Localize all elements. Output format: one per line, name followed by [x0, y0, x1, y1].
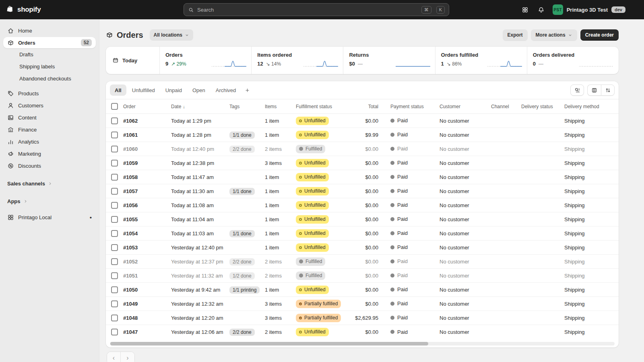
- horizontal-scrollbar[interactable]: [110, 342, 615, 346]
- metric-orders-fulfilled[interactable]: Orders fulfilled1↘ 86%: [435, 47, 527, 74]
- col-header-tags[interactable]: Tags: [229, 104, 239, 109]
- add-view-button[interactable]: [242, 84, 253, 96]
- row-checkbox[interactable]: [111, 315, 118, 321]
- shopify-logo[interactable]: shopify: [6, 5, 41, 14]
- apps-section[interactable]: Apps: [3, 195, 96, 207]
- row-checkbox[interactable]: [111, 258, 118, 265]
- edit-columns-button[interactable]: [587, 84, 601, 96]
- order-row-1060[interactable]: #1060Today at 12:40 pm2/2 done2 itemsFul…: [106, 142, 619, 156]
- order-row-1061[interactable]: #1061Today at 1:28 pm1/1 done1 itemUnful…: [106, 128, 619, 142]
- col-header-date[interactable]: Date↓: [171, 104, 185, 109]
- row-checkbox[interactable]: [111, 300, 118, 307]
- row-checkbox[interactable]: [111, 117, 118, 124]
- row-checkbox[interactable]: [111, 174, 118, 181]
- metric-orders-delivered[interactable]: Orders delivered0—: [527, 47, 619, 74]
- tab-unfulfilled[interactable]: Unfulfilled: [127, 84, 160, 96]
- row-checkbox[interactable]: [111, 272, 118, 279]
- order-row-1062[interactable]: #1062Today at 1:29 pm1 itemUnfulfilled$0…: [106, 114, 619, 128]
- sidebar-item-printago-local[interactable]: Printago Local •: [3, 212, 96, 223]
- order-number[interactable]: #1057: [123, 188, 138, 194]
- order-number[interactable]: #1056: [123, 202, 138, 208]
- order-number[interactable]: #1049: [123, 301, 138, 307]
- col-header-fulfillment-status[interactable]: Fulfillment status: [296, 104, 332, 109]
- more-actions-button[interactable]: More actions: [531, 29, 577, 41]
- col-header-payment-status[interactable]: Payment status: [390, 104, 424, 109]
- order-number[interactable]: #1062: [123, 118, 138, 124]
- order-number[interactable]: #1050: [123, 287, 138, 293]
- sidebar-item-marketing[interactable]: Marketing: [3, 148, 96, 159]
- order-number-cell[interactable]: #1056: [123, 198, 171, 212]
- order-number-cell[interactable]: #1062: [123, 114, 171, 128]
- sidebar-item-finance[interactable]: Finance: [3, 124, 96, 135]
- tab-archived[interactable]: Archived: [211, 84, 241, 96]
- location-filter-button[interactable]: All locations: [150, 29, 193, 41]
- row-checkbox[interactable]: [111, 202, 118, 209]
- order-row-1047[interactable]: #1047Yesterday at 12:06 am2/2 done2 item…: [106, 325, 619, 339]
- row-checkbox[interactable]: [111, 160, 118, 167]
- row-checkbox[interactable]: [111, 132, 118, 138]
- order-number-cell[interactable]: #1055: [123, 212, 171, 226]
- prev-page-button[interactable]: ‹: [107, 352, 121, 362]
- order-number-cell[interactable]: #1058: [123, 170, 171, 184]
- sidebar-item-shipping-labels[interactable]: Shipping labels: [3, 61, 96, 72]
- col-header-delivery-status[interactable]: Delivery status: [521, 104, 553, 109]
- global-search[interactable]: Search ⌘ K: [184, 3, 449, 16]
- create-order-button[interactable]: Create order: [580, 29, 619, 41]
- tab-unpaid[interactable]: Unpaid: [161, 84, 187, 96]
- metric-items-ordered[interactable]: Items ordered12↘ 14%: [251, 47, 343, 74]
- col-header-delivery-method[interactable]: Delivery method: [564, 104, 599, 109]
- metric-returns[interactable]: Returns$0—: [343, 47, 435, 74]
- order-number-cell[interactable]: #1054: [123, 226, 171, 241]
- col-header-order[interactable]: Order: [123, 104, 136, 109]
- order-row-1048[interactable]: #1048Yesterday at 12:20 am3 itemsPartial…: [106, 311, 619, 325]
- row-checkbox[interactable]: [111, 188, 118, 195]
- sidebar-item-customers[interactable]: Customers: [3, 100, 96, 111]
- sort-button[interactable]: [601, 84, 615, 96]
- notifications-button[interactable]: [535, 3, 548, 16]
- order-number[interactable]: #1060: [123, 146, 138, 152]
- order-number-cell[interactable]: #1061: [123, 128, 171, 142]
- sidebar-item-drafts[interactable]: Drafts: [3, 49, 96, 60]
- order-number-cell[interactable]: #1048: [123, 311, 171, 325]
- order-number-cell[interactable]: #1050: [123, 283, 171, 297]
- order-row-1059[interactable]: #1059Today at 12:38 pm3 itemsUnfulfilled…: [106, 156, 619, 170]
- row-checkbox[interactable]: [111, 286, 118, 293]
- order-number[interactable]: #1061: [123, 132, 138, 138]
- order-number-cell[interactable]: #1057: [123, 184, 171, 198]
- order-number[interactable]: #1059: [123, 160, 138, 166]
- sidebar-item-products[interactable]: Products: [3, 88, 96, 99]
- order-row-1053[interactable]: #1053Yesterday at 12:40 pm1 itemUnfulfil…: [106, 241, 619, 255]
- order-row-1056[interactable]: #1056Today at 11:08 am1 itemUnfulfilled$…: [106, 198, 619, 212]
- order-number-cell[interactable]: #1053: [123, 241, 171, 255]
- col-header-customer[interactable]: Customer: [440, 104, 460, 109]
- row-checkbox[interactable]: [111, 329, 118, 335]
- order-row-1051[interactable]: #1051Yesterday at 11:32 am1/2 done2 item…: [106, 269, 619, 283]
- tab-all[interactable]: All: [110, 84, 126, 96]
- order-row-1050[interactable]: #1050Yesterday at 9:42 am1/1 printing1 i…: [106, 283, 619, 297]
- order-number-cell[interactable]: #1052: [123, 255, 171, 269]
- row-checkbox[interactable]: [111, 244, 118, 251]
- order-number-cell[interactable]: #1047: [123, 325, 171, 339]
- search-filter-button[interactable]: [570, 84, 584, 96]
- tab-open[interactable]: Open: [188, 84, 210, 96]
- order-number-cell[interactable]: #1051: [123, 269, 171, 283]
- row-checkbox[interactable]: [111, 146, 118, 152]
- sidebar-item-abandoned-checkouts[interactable]: Abandoned checkouts: [3, 73, 96, 84]
- col-header-total[interactable]: Total: [368, 104, 378, 109]
- sidebar-item-content[interactable]: Content: [3, 112, 96, 123]
- export-button[interactable]: Export: [503, 29, 528, 41]
- sidebar-item-orders[interactable]: Orders52: [3, 37, 96, 48]
- order-number-cell[interactable]: #1060: [123, 142, 171, 156]
- order-number[interactable]: #1055: [123, 216, 138, 222]
- sidebar-item-discounts[interactable]: Discounts: [3, 160, 96, 171]
- order-row-1052[interactable]: #1052Yesterday at 12:37 pm2/2 done2 item…: [106, 255, 619, 269]
- order-row-1057[interactable]: #1057Today at 11:30 am1/1 done1 itemUnfu…: [106, 184, 619, 198]
- order-row-1058[interactable]: #1058Today at 11:47 am1 itemUnfulfilled$…: [106, 170, 619, 184]
- order-number[interactable]: #1052: [123, 259, 138, 265]
- row-checkbox[interactable]: [111, 230, 118, 237]
- order-number-cell[interactable]: #1049: [123, 297, 171, 311]
- sidebar-item-home[interactable]: Home: [3, 25, 96, 36]
- sales-channels-section[interactable]: Sales channels: [3, 178, 96, 189]
- row-checkbox[interactable]: [111, 216, 118, 223]
- next-page-button[interactable]: ›: [121, 352, 134, 362]
